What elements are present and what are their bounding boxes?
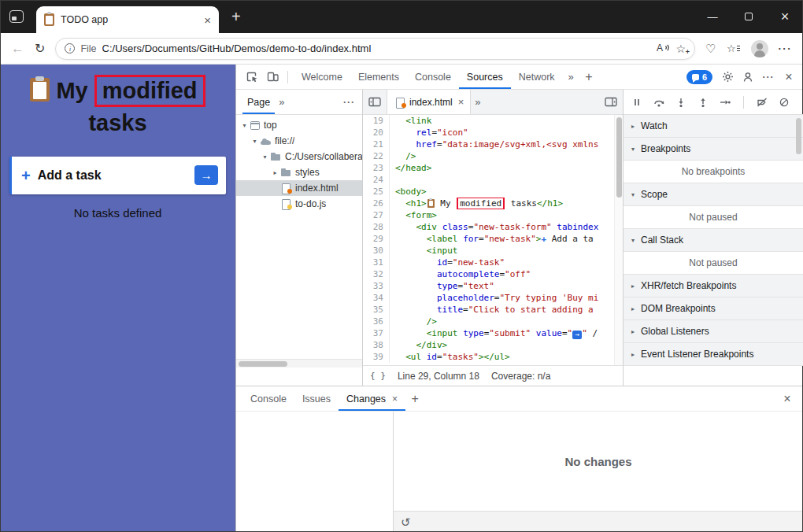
editor-tab-indexhtml[interactable]: index.html ×: [387, 90, 471, 114]
deactivate-breakpoints-icon[interactable]: [754, 93, 770, 112]
section-event-listener-breakpoints[interactable]: ▸Event Listener Breakpoints: [624, 343, 803, 366]
issues-counter-badge[interactable]: 6: [686, 70, 712, 84]
drawer-tab-console[interactable]: Console: [242, 386, 294, 411]
browser-essentials-icon[interactable]: ♡: [705, 42, 716, 54]
info-icon[interactable]: i: [65, 43, 75, 54]
section-dom-breakpoints[interactable]: ▸DOM Breakpoints: [624, 297, 803, 320]
line-number: 37: [363, 327, 390, 339]
changes-file-list: [236, 412, 394, 532]
minimize-button[interactable]: —: [694, 0, 731, 33]
url-field[interactable]: i File C:/Users/Documents/GitHub/Demos/d…: [55, 38, 695, 60]
browser-menu-icon[interactable]: ···: [779, 43, 793, 54]
section-scope[interactable]: ▾Scope: [624, 183, 803, 206]
drawer-close-icon[interactable]: ×: [778, 390, 797, 408]
line-number: 19: [363, 115, 390, 127]
svg-text:A: A: [657, 42, 663, 53]
section-label: Event Listener Breakpoints: [641, 349, 753, 360]
more-editor-tabs-icon[interactable]: »: [471, 96, 484, 108]
section-breakpoints[interactable]: ▾Breakpoints: [624, 138, 803, 161]
more-navigator-tabs-icon[interactable]: »: [275, 96, 288, 108]
toolbar-divider: [287, 71, 288, 83]
section-label: Breakpoints: [641, 143, 690, 154]
tree-item-c-users-collabera[interactable]: ▾C:/Users/collabera: [236, 149, 362, 164]
drawer-tab-close-icon[interactable]: ×: [392, 393, 398, 405]
expanded-arrow-icon: ▾: [240, 122, 249, 129]
section-global-listeners[interactable]: ▸Global Listeners: [624, 320, 803, 343]
inspect-icon[interactable]: [242, 68, 261, 87]
devtools-tab-network[interactable]: Network: [511, 65, 563, 89]
editor-tab-close-icon[interactable]: ×: [458, 96, 464, 108]
show-sidebar-icon[interactable]: [599, 93, 623, 112]
code-line-text: <form>: [390, 209, 614, 221]
new-tab-button[interactable]: +: [231, 9, 241, 24]
scrollbar-thumb[interactable]: [616, 117, 622, 198]
more-tabs-icon[interactable]: »: [564, 71, 578, 83]
navigator-horizontal-scrollbar[interactable]: [236, 359, 362, 368]
line-number: 29: [363, 233, 390, 245]
pause-on-exceptions-icon[interactable]: [776, 93, 792, 112]
code-editor[interactable]: 19 <link20 rel="icon"21 href="data:image…: [363, 115, 623, 365]
devtools-close-icon[interactable]: ×: [779, 68, 798, 87]
line-number: 27: [363, 209, 390, 221]
step-into-icon[interactable]: [673, 93, 689, 112]
favorites-icon[interactable]: ☆: [727, 42, 741, 55]
url-text[interactable]: C:/Users/Documents/GitHub/Demos/demo-to-…: [102, 42, 652, 54]
debugger-sidebar: ▸Watch▾BreakpointsNo breakpoints▾ScopeNo…: [623, 90, 803, 386]
tree-item-top[interactable]: ▾top: [236, 117, 362, 133]
devtools-menu-icon[interactable]: ···: [759, 68, 778, 87]
navigator-menu-icon[interactable]: ···: [343, 97, 362, 108]
devtools-tab-welcome[interactable]: Welcome: [294, 65, 350, 89]
drawer-tab-issues[interactable]: Issues: [294, 386, 339, 411]
navigator-tab-page[interactable]: Page: [242, 90, 275, 114]
device-toolbar-icon[interactable]: [263, 68, 282, 87]
revert-icon[interactable]: ↺: [401, 516, 411, 528]
expanded-arrow-icon: ▾: [261, 153, 269, 161]
code-line-text: rel="icon": [390, 127, 614, 139]
sidebar-scrollbar[interactable]: [796, 118, 801, 154]
add-task-form[interactable]: + Add a task →: [9, 157, 226, 194]
editor-vertical-scrollbar[interactable]: [614, 115, 623, 365]
refresh-icon[interactable]: ↻: [35, 41, 45, 56]
section-call-stack[interactable]: ▾Call Stack: [624, 229, 803, 252]
address-bar: ← ↻ i File C:/Users/Documents/GitHub/Dem…: [0, 33, 803, 65]
browser-tab[interactable]: TODO app ×: [36, 6, 219, 33]
add-favorite-icon[interactable]: ☆+: [675, 43, 686, 54]
add-drawer-tab-button[interactable]: +: [405, 390, 424, 408]
tree-item-to-do-js[interactable]: to-do.js: [236, 196, 362, 212]
more-tools-button[interactable]: +: [579, 68, 598, 87]
add-task-label[interactable]: Add a task: [38, 168, 194, 183]
code-line-37: 37 <input type="submit" value="→" /: [363, 327, 614, 339]
step-icon[interactable]: [717, 93, 733, 112]
window-close-button[interactable]: ×: [767, 0, 803, 33]
drawer-tab-changes[interactable]: Changes×: [339, 386, 405, 411]
pretty-print-button[interactable]: { }: [370, 371, 386, 381]
profile-avatar[interactable]: [751, 40, 768, 57]
devtools-tab-elements[interactable]: Elements: [350, 65, 407, 89]
code-line-31: 31 id="new-task": [363, 257, 614, 268]
devtools-tab-console[interactable]: Console: [407, 65, 459, 89]
drawer-panel: ConsoleIssuesChanges× + × No changes ↺: [236, 386, 803, 532]
step-out-icon[interactable]: [695, 93, 711, 112]
drawer-tab-label: Issues: [302, 393, 331, 405]
pause-icon[interactable]: [629, 93, 645, 112]
hide-navigator-icon[interactable]: [363, 93, 387, 112]
tree-item-index-html[interactable]: index.html: [236, 180, 362, 196]
tree-item-file-[interactable]: ▾file://: [236, 133, 362, 149]
line-number: 39: [363, 351, 390, 363]
read-aloud-icon[interactable]: A: [657, 42, 670, 54]
tree-item-styles[interactable]: ▸styles: [236, 164, 362, 180]
maximize-button[interactable]: [731, 0, 767, 33]
tab-close-icon[interactable]: ×: [204, 14, 211, 26]
settings-gear-icon[interactable]: [718, 68, 737, 87]
add-task-submit-button[interactable]: →: [194, 165, 218, 185]
workspaces-icon[interactable]: [9, 10, 24, 23]
step-over-icon[interactable]: [651, 93, 667, 112]
devtools-tab-sources[interactable]: Sources: [459, 65, 511, 89]
back-icon[interactable]: ←: [11, 41, 24, 57]
section-xhr-fetch-breakpoints[interactable]: ▸XHR/fetch Breakpoints: [624, 275, 803, 297]
feedback-icon[interactable]: [738, 68, 757, 87]
sources-panel: Page » ··· ▾top▾file://▾C:/Users/collabe…: [236, 90, 803, 386]
code-line-text: [390, 174, 614, 186]
section-watch[interactable]: ▸Watch: [624, 115, 803, 138]
scrollbar-thumb[interactable]: [239, 361, 287, 367]
